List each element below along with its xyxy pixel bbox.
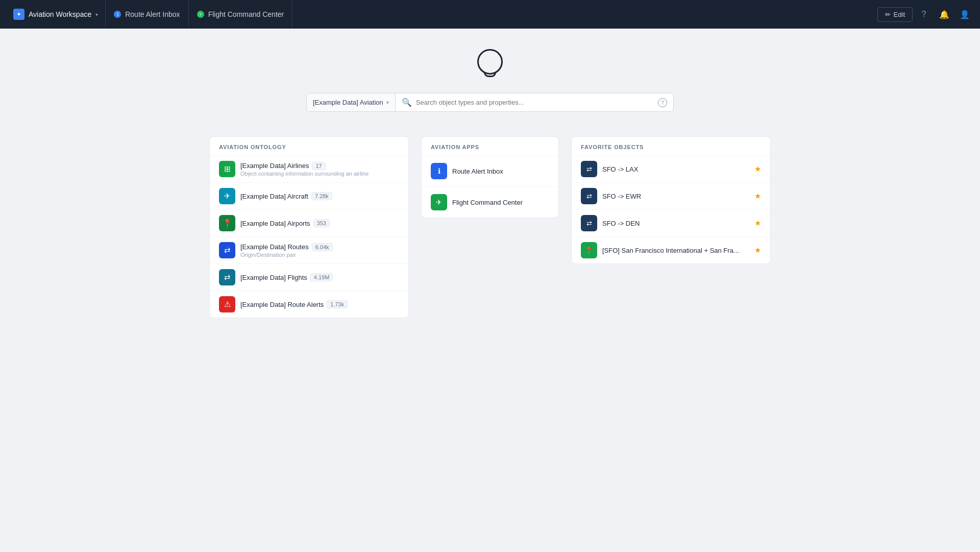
app-item-flight-command-center[interactable]: ✈ Flight Command Center xyxy=(422,186,558,218)
sfo-den-star-icon[interactable]: ★ xyxy=(754,219,761,228)
search-help-icon[interactable]: ? xyxy=(658,98,667,107)
ontology-item-route-alerts[interactable]: ⚠ [Example Data] Route Alerts 1.73k xyxy=(210,291,408,318)
sfo-ewr-icon: ⇄ xyxy=(581,188,597,204)
ontology-section-label: AVIATION ONTOLOGY xyxy=(210,137,408,155)
ontology-panel: AVIATION ONTOLOGY ⊞ [Example Data] Airli… xyxy=(209,136,409,318)
sfo-ewr-star-icon[interactable]: ★ xyxy=(754,191,761,201)
route-alerts-text: [Example Data] Route Alerts 1.73k xyxy=(240,300,399,308)
workspace-chevron-icon: ▾ xyxy=(95,12,98,17)
sfo-ewr-name: SFO -> EWR xyxy=(602,193,749,200)
airports-text: [Example Data] Airports 353 xyxy=(240,219,399,227)
search-dropdown-label: [Example Data] Aviation xyxy=(313,99,383,106)
apps-section-label: AVIATION APPS xyxy=(422,137,558,155)
ontology-item-flights[interactable]: ⇄ [Example Data] Flights 4.19M xyxy=(210,263,408,291)
workspace-tab[interactable]: ✦ Aviation Workspace ▾ xyxy=(6,0,106,29)
sfo-intl-name: [SFO] San Francisco International + San … xyxy=(602,247,749,254)
ontology-item-routes[interactable]: ⇄ [Example Data] Routes 6.04k Origin/Des… xyxy=(210,236,408,263)
aircraft-name: [Example Data] Aircraft xyxy=(240,193,308,200)
routes-desc: Origin/Destination pair xyxy=(240,252,399,258)
flight-command-dot-icon: ✈ xyxy=(197,11,204,18)
favorites-section-label: FAVORITE OBJECTS xyxy=(572,137,770,155)
notifications-button[interactable]: 🔔 xyxy=(935,5,953,23)
aircraft-text: [Example Data] Aircraft 7.28k xyxy=(240,192,399,200)
search-ontology-dropdown[interactable]: [Example Data] Aviation ▾ xyxy=(307,93,396,111)
fav-item-sfo-ewr[interactable]: ⇄ SFO -> EWR ★ xyxy=(572,182,770,209)
airports-name: [Example Data] Airports xyxy=(240,220,310,227)
tab-flight-command-label: Flight Command Center xyxy=(208,10,284,18)
nav-right-area: ✏ Edit ? 🔔 👤 xyxy=(877,5,974,23)
flights-text: [Example Data] Flights 4.19M xyxy=(240,273,399,281)
aircraft-icon: ✈ xyxy=(219,188,235,204)
dropdown-chevron-icon: ▾ xyxy=(386,100,389,105)
sfo-lax-icon: ⇄ xyxy=(581,161,597,177)
topnav: ✦ Aviation Workspace ▾ ℹ Route Alert Inb… xyxy=(0,0,980,29)
app-item-route-alert-inbox[interactable]: ℹ Route Alert Inbox xyxy=(422,155,558,186)
sfo-lax-name: SFO -> LAX xyxy=(602,165,749,173)
airlines-icon: ⊞ xyxy=(219,161,235,177)
edit-label: Edit xyxy=(894,11,905,18)
route-alerts-icon: ⚠ xyxy=(219,296,235,313)
flight-command-center-app-name: Flight Command Center xyxy=(452,199,523,206)
sfo-den-name: SFO -> DEN xyxy=(602,220,749,227)
airlines-name: [Example Data] Airlines xyxy=(240,162,309,170)
search-input-area: 🔍 ? xyxy=(396,98,673,107)
search-bar: [Example Data] Aviation ▾ 🔍 ? xyxy=(306,93,674,112)
edit-button[interactable]: ✏ Edit xyxy=(877,7,913,22)
tab-route-alert-inbox[interactable]: ℹ Route Alert Inbox xyxy=(106,0,188,29)
routes-text: [Example Data] Routes 6.04k Origin/Desti… xyxy=(240,243,399,258)
aircraft-badge: 7.28k xyxy=(311,192,332,200)
airports-icon: 📍 xyxy=(219,215,235,231)
tab-route-alert-label: Route Alert Inbox xyxy=(125,10,180,18)
ontology-item-airports[interactable]: 📍 [Example Data] Airports 353 xyxy=(210,209,408,236)
workspace-icon: ✦ xyxy=(13,9,24,20)
flights-badge: 4.19M xyxy=(310,273,333,281)
sfo-den-icon: ⇄ xyxy=(581,215,597,231)
sfo-intl-star-icon[interactable]: ★ xyxy=(754,246,761,255)
logo-area xyxy=(477,49,503,77)
fav-item-sfo-lax[interactable]: ⇄ SFO -> LAX ★ xyxy=(572,155,770,182)
main-content: [Example Data] Aviation ▾ 🔍 ? AVIATION O… xyxy=(0,29,980,318)
fav-item-sfo-intl[interactable]: 📍 [SFO] San Francisco International + Sa… xyxy=(572,236,770,263)
favorites-panel: FAVORITE OBJECTS ⇄ SFO -> LAX ★ ⇄ SFO ->… xyxy=(571,136,771,264)
flights-name: [Example Data] Flights xyxy=(240,274,307,281)
ontology-item-aircraft[interactable]: ✈ [Example Data] Aircraft 7.28k xyxy=(210,182,408,209)
help-button[interactable]: ? xyxy=(915,5,933,23)
flight-command-center-app-icon: ✈ xyxy=(431,194,447,210)
airlines-desc: Object containing information surroundin… xyxy=(240,171,399,177)
app-logo-icon xyxy=(477,49,503,75)
airlines-text: [Example Data] Airlines 17 Object contai… xyxy=(240,162,399,177)
tab-flight-command-center[interactable]: ✈ Flight Command Center xyxy=(189,0,293,29)
airports-badge: 353 xyxy=(313,219,330,227)
apps-panel: AVIATION APPS ℹ Route Alert Inbox ✈ Flig… xyxy=(421,136,559,218)
route-alert-inbox-app-name: Route Alert Inbox xyxy=(452,167,503,175)
routes-badge: 6.04k xyxy=(312,243,333,251)
route-alerts-name: [Example Data] Route Alerts xyxy=(240,301,324,308)
routes-name: [Example Data] Routes xyxy=(240,243,309,251)
sfo-lax-star-icon[interactable]: ★ xyxy=(754,164,761,174)
routes-icon: ⇄ xyxy=(219,242,235,258)
route-alert-dot-icon: ℹ xyxy=(114,11,121,18)
route-alert-inbox-app-icon: ℹ xyxy=(431,163,447,179)
search-input[interactable] xyxy=(416,99,654,106)
flights-icon: ⇄ xyxy=(219,269,235,285)
edit-pencil-icon: ✏ xyxy=(885,11,891,18)
ontology-item-airlines[interactable]: ⊞ [Example Data] Airlines 17 Object cont… xyxy=(210,155,408,182)
route-alerts-badge: 1.73k xyxy=(327,300,348,308)
workspace-label: Aviation Workspace xyxy=(29,10,91,18)
airlines-badge: 17 xyxy=(312,162,325,170)
sfo-intl-icon: 📍 xyxy=(581,242,597,258)
user-avatar[interactable]: 👤 xyxy=(955,5,974,23)
fav-item-sfo-den[interactable]: ⇄ SFO -> DEN ★ xyxy=(572,209,770,236)
search-icon: 🔍 xyxy=(402,98,412,107)
panels-row: AVIATION ONTOLOGY ⊞ [Example Data] Airli… xyxy=(209,136,771,318)
